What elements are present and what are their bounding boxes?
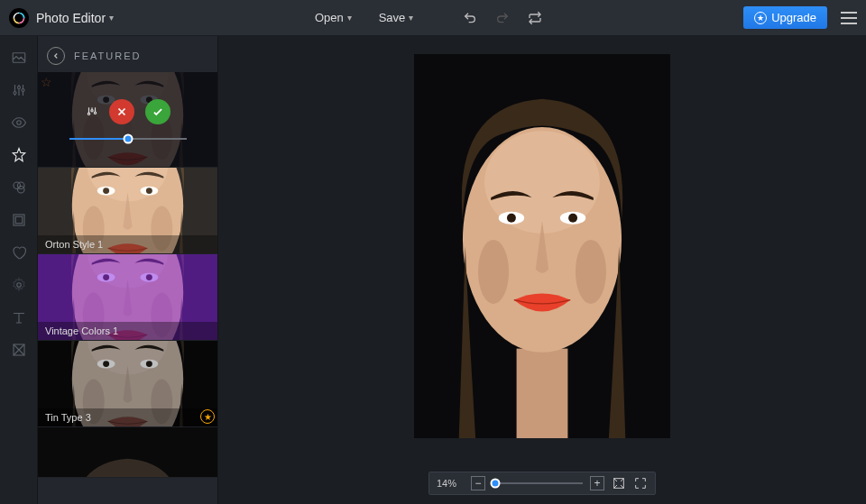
filter-item-active[interactable]: ☆ (38, 72, 217, 168)
adjust-tool-icon[interactable] (11, 82, 27, 98)
frame-tool-icon[interactable] (11, 212, 27, 228)
filter-item[interactable] (38, 427, 217, 478)
chevron-down-icon: ▾ (109, 13, 114, 23)
effects-tool-icon[interactable] (11, 147, 27, 163)
gear-tool-icon[interactable] (11, 277, 27, 293)
fine-adjust-icon[interactable] (86, 105, 98, 118)
zoom-slider[interactable] (493, 482, 583, 484)
text-tool-icon[interactable] (11, 309, 27, 325)
filter-panel: FEATURED ☆ (38, 36, 218, 504)
svg-rect-20 (15, 216, 23, 224)
texture-tool-icon[interactable] (11, 342, 27, 358)
apply-filter-button[interactable] (145, 99, 170, 124)
tool-rail (0, 36, 38, 504)
upgrade-label: Upgrade (771, 11, 816, 24)
svg-point-18 (17, 182, 24, 189)
filter-item[interactable]: Vintage Colors 1 (38, 254, 217, 341)
filter-label: Tin Type 3 (38, 408, 217, 426)
zoom-bar: 14% − + (428, 472, 656, 495)
svg-point-15 (16, 121, 21, 125)
top-bar: Photo Editor ▾ Open ▾ Save ▾ ★ Upgrade (0, 0, 866, 36)
svg-rect-31 (38, 427, 217, 477)
app-title-dropdown[interactable]: Photo Editor ▾ (36, 11, 114, 25)
svg-point-24 (88, 113, 89, 115)
heart-tool-icon[interactable] (11, 244, 27, 261)
zoom-out-button[interactable]: − (471, 476, 485, 490)
filter-list[interactable]: ☆ (38, 72, 217, 504)
svg-point-14 (22, 89, 24, 92)
open-button[interactable]: Open ▾ (315, 11, 352, 24)
panel-title: FEATURED (74, 50, 141, 61)
star-circle-icon: ★ (754, 12, 767, 24)
filter-label: Vintage Colors 1 (38, 322, 217, 340)
redo-icon (495, 11, 510, 25)
open-label: Open (315, 11, 344, 24)
filter-item[interactable]: Tin Type 3 ★ (38, 341, 217, 427)
svg-point-12 (14, 92, 16, 95)
intensity-slider[interactable] (69, 138, 187, 140)
eye-tool-icon[interactable] (11, 115, 27, 131)
premium-badge-icon: ★ (200, 409, 215, 424)
image-tool-icon[interactable] (11, 50, 27, 66)
canvas-area[interactable]: 14% − + (218, 36, 866, 504)
zoom-in-button[interactable]: + (590, 476, 604, 490)
app-logo[interactable] (9, 8, 29, 28)
save-button[interactable]: Save ▾ (379, 11, 414, 24)
svg-point-25 (90, 110, 92, 112)
save-label: Save (379, 11, 406, 24)
fit-screen-icon[interactable] (612, 476, 626, 490)
zoom-text: 14% (437, 478, 464, 489)
overlay-tool-icon[interactable] (11, 179, 27, 196)
svg-point-21 (16, 283, 21, 288)
cancel-filter-button[interactable] (109, 99, 134, 124)
panel-back-button[interactable] (47, 47, 65, 65)
compare-icon[interactable] (528, 11, 542, 25)
upgrade-button[interactable]: ★ Upgrade (743, 6, 827, 29)
chevron-down-icon: ▾ (347, 13, 352, 23)
chevron-down-icon: ▾ (409, 13, 413, 23)
filter-label: Orton Style 1 (38, 235, 217, 253)
fullscreen-icon[interactable] (633, 476, 648, 490)
svg-point-13 (17, 87, 20, 89)
svg-point-26 (94, 112, 96, 114)
menu-button[interactable] (841, 12, 857, 24)
filter-item[interactable]: Orton Style 1 (38, 168, 217, 254)
undo-icon[interactable] (463, 11, 477, 25)
filter-controls (38, 72, 217, 167)
app-title-text: Photo Editor (36, 11, 106, 25)
canvas-image[interactable] (414, 54, 670, 438)
